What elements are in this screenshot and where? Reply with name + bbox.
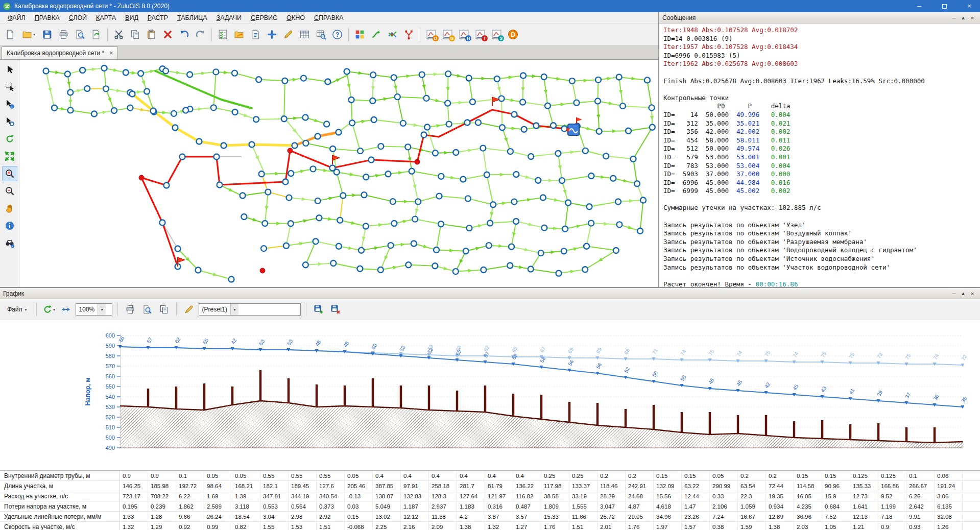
network-node[interactable] xyxy=(541,225,547,231)
network-tree-button[interactable] xyxy=(401,27,417,42)
delete-preset-button[interactable] xyxy=(328,302,343,317)
network-node[interactable] xyxy=(512,199,517,205)
network-node[interactable] xyxy=(509,244,514,250)
network-node[interactable] xyxy=(316,215,322,221)
graph-file-menu[interactable]: Файл ▾ xyxy=(3,304,31,315)
table-find-button[interactable] xyxy=(313,27,329,42)
network-node[interactable] xyxy=(494,76,500,82)
network-node[interactable] xyxy=(370,72,376,78)
messages-float-button[interactable]: ▴ xyxy=(959,14,968,21)
profile-temperature-button[interactable]: T xyxy=(472,27,488,42)
network-node[interactable] xyxy=(466,76,472,81)
network-node[interactable] xyxy=(91,111,97,116)
network-node[interactable] xyxy=(151,108,156,114)
graph-float-button[interactable]: ▴ xyxy=(959,290,968,297)
network-node[interactable] xyxy=(52,105,57,111)
menu-item-карта[interactable]: КАРТА xyxy=(91,13,121,23)
graph-close-button[interactable]: × xyxy=(968,291,977,297)
network-node[interactable] xyxy=(232,70,237,76)
network-node[interactable] xyxy=(538,250,544,256)
network-node[interactable] xyxy=(453,150,459,155)
messages-close-button[interactable]: × xyxy=(968,15,977,21)
network-node[interactable] xyxy=(445,71,451,77)
network-node[interactable] xyxy=(644,77,650,83)
close-button[interactable]: × xyxy=(959,0,980,12)
network-node[interactable] xyxy=(369,157,374,163)
network-node[interactable] xyxy=(102,65,107,71)
network-node[interactable] xyxy=(240,192,246,198)
network-node[interactable] xyxy=(330,260,336,266)
network-node[interactable] xyxy=(138,70,144,76)
network-node[interactable] xyxy=(463,248,469,254)
find-object-button[interactable] xyxy=(2,235,17,251)
object-info-button[interactable] xyxy=(2,218,17,233)
network-node[interactable] xyxy=(390,199,396,204)
network-node[interactable] xyxy=(265,189,271,195)
network-node[interactable] xyxy=(434,247,439,253)
map-document-tab[interactable]: Калибровка водопроводной сети * × xyxy=(2,46,118,59)
network-node[interactable] xyxy=(391,221,397,226)
zoom-in-button[interactable] xyxy=(2,166,17,181)
network-node[interactable] xyxy=(555,151,561,156)
network-node[interactable] xyxy=(253,116,259,122)
graph-edit-button[interactable] xyxy=(182,302,196,317)
network-node[interactable] xyxy=(330,165,336,171)
network-node[interactable] xyxy=(315,134,321,139)
network-node[interactable] xyxy=(371,117,377,123)
table-view-button[interactable] xyxy=(297,27,313,42)
network-node[interactable] xyxy=(556,271,561,276)
network-node[interactable] xyxy=(583,148,588,154)
network-node[interactable] xyxy=(43,68,49,74)
network-node[interactable] xyxy=(409,168,415,174)
network-node[interactable] xyxy=(561,248,567,254)
network-node[interactable] xyxy=(620,103,626,109)
network-node[interactable] xyxy=(565,200,571,205)
network-node[interactable] xyxy=(68,107,74,113)
network-node[interactable] xyxy=(395,94,400,100)
network-node[interactable] xyxy=(325,79,330,84)
network-node[interactable] xyxy=(465,120,470,126)
network-node[interactable] xyxy=(595,77,601,83)
network-node[interactable] xyxy=(588,221,594,226)
network-node[interactable] xyxy=(465,196,471,201)
network-node[interactable] xyxy=(180,154,185,160)
cut-button[interactable] xyxy=(111,27,127,42)
network-node[interactable] xyxy=(640,197,646,203)
menu-item-таблица[interactable]: ТАБЛИЦА xyxy=(173,13,212,23)
network-node[interactable] xyxy=(357,266,363,272)
network-node[interactable] xyxy=(507,262,513,268)
menu-item-слой[interactable]: СЛОЙ xyxy=(64,13,92,23)
menu-item-справка[interactable]: СПРАВКА xyxy=(309,13,348,23)
leak-node[interactable] xyxy=(260,268,265,273)
print-button[interactable] xyxy=(56,27,71,42)
network-node[interactable] xyxy=(303,140,308,146)
save-preset-button[interactable] xyxy=(312,302,326,317)
profile-dispatcher-button[interactable]: D xyxy=(423,27,439,42)
menu-item-сервис[interactable]: СЕРВИС xyxy=(246,13,282,23)
minimize-button[interactable]: ─ xyxy=(909,0,930,12)
network-node[interactable] xyxy=(634,181,640,186)
network-node[interactable] xyxy=(175,246,181,252)
network-node[interactable] xyxy=(217,182,223,188)
network-node[interactable] xyxy=(595,99,601,104)
network-node[interactable] xyxy=(512,112,517,117)
messages-minimize-button[interactable]: ─ xyxy=(949,15,959,21)
profile-speed-button[interactable]: S xyxy=(489,27,505,42)
network-node[interactable] xyxy=(498,96,504,102)
page-export-button[interactable] xyxy=(88,27,104,42)
network-node[interactable] xyxy=(613,248,619,253)
network-node[interactable] xyxy=(171,111,177,116)
network-node[interactable] xyxy=(513,219,519,224)
network-node[interactable] xyxy=(363,174,369,180)
network-node[interactable] xyxy=(261,246,267,251)
network-node[interactable] xyxy=(349,120,355,126)
network-node[interactable] xyxy=(103,86,109,91)
menu-item-правка[interactable]: ПРАВКА xyxy=(30,13,64,23)
network-node[interactable] xyxy=(84,86,90,91)
network-node[interactable] xyxy=(541,74,547,80)
graph-print-button[interactable] xyxy=(123,302,137,317)
network-node[interactable] xyxy=(241,214,247,220)
network-node[interactable] xyxy=(616,222,622,227)
graph-minimize-button[interactable]: ─ xyxy=(949,291,959,297)
network-node[interactable] xyxy=(534,123,539,129)
